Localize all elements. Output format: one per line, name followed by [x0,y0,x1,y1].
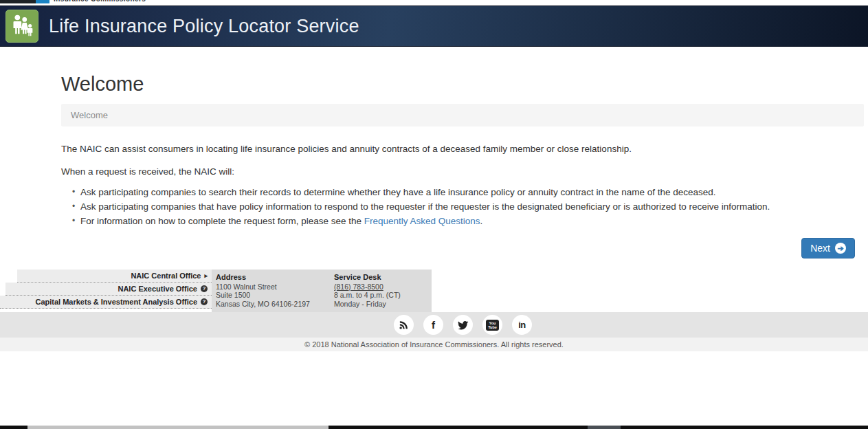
bullet-item-3: For information on how to complete the r… [80,214,864,228]
bullet-item-1: Ask participating companies to search th… [80,185,864,199]
cutoff-naic-logo-strip: Insurance Commissioners [0,0,868,3]
address-line-3: Kansas City, MO 64106-2197 [216,300,334,309]
service-desk-block: Service Desk (816) 783-8500 8 a.m. to 4 … [334,273,432,308]
next-button-label: Next [810,243,830,254]
facebook-icon[interactable]: f [423,315,443,335]
horizontal-scrollbar-track[interactable] [0,426,868,429]
question-circle-icon: ? [201,285,208,292]
service-desk-phone-link[interactable]: (816) 783-8500 [334,283,383,291]
welcome-panel-header: Welcome [61,104,864,126]
rss-icon[interactable] [394,315,414,335]
info-bullet-list: Ask participating companies to search th… [61,185,864,228]
bullet3-text-pre: For information on how to complete the r… [80,216,364,226]
bullet-item-2: Ask participating companies that have po… [80,199,864,214]
youtube-icon[interactable]: YouTube [482,315,502,335]
service-desk-heading: Service Desk [334,273,432,282]
scrollbar-patch [588,426,621,429]
copyright-text: © 2018 National Association of Insurance… [304,340,564,349]
app-title: Life Insurance Policy Locator Service [49,16,359,37]
question-circle-icon: ? [201,298,208,305]
footer: NAIC Central Office ▸ NAIC Executive Off… [0,270,868,351]
linkedin-icon[interactable]: in [512,315,532,335]
contact-panel: Address 1100 Walnut Street Suite 1500 Ka… [212,270,432,312]
page-title: Welcome [61,74,864,95]
naic-central-office-label: NAIC Central Office [131,272,201,280]
arrow-right-circle-icon: ➔ [835,243,846,254]
chevron-right-icon: ▸ [204,272,208,279]
capital-markets-office-label: Capital Markets & Investment Analysis Of… [35,298,197,306]
next-button-row: Next ➔ [61,238,864,258]
twitter-icon[interactable] [453,315,473,335]
address-line-1: 1100 Walnut Street [216,283,334,292]
address-line-2: Suite 1500 [216,291,334,300]
naic-logo-clipped-text: Insurance Commissioners [54,0,146,3]
intro-paragraph: The NAIC can assist consumers in locatin… [61,144,864,154]
link-naic-central-office[interactable]: NAIC Central Office ▸ [17,270,212,283]
main-content: Welcome Welcome The NAIC can assist cons… [61,74,864,258]
naic-logo-fragment [0,0,36,3]
naic-executive-office-label: NAIC Executive Office [118,285,197,293]
naic-logo-blue-fragment [36,0,49,3]
next-button[interactable]: Next ➔ [801,238,855,258]
link-capital-markets-office[interactable]: Capital Markets & Investment Analysis Of… [0,296,212,309]
faq-link[interactable]: Frequently Asked Questions [364,216,480,226]
app-banner: Life Insurance Policy Locator Service [0,6,868,47]
family-icon [5,10,38,43]
address-block: Address 1100 Walnut Street Suite 1500 Ka… [216,273,334,308]
link-naic-executive-office[interactable]: NAIC Executive Office ? [5,283,212,296]
footer-office-strip: NAIC Central Office ▸ NAIC Executive Off… [0,270,868,312]
service-desk-hours: 8 a.m. to 4 p.m. (CT) [334,291,432,300]
office-links: NAIC Central Office ▸ NAIC Executive Off… [0,270,212,312]
bullet3-text-post: . [480,216,483,226]
welcome-panel-label: Welcome [71,110,108,120]
list-lead-paragraph: When a request is received, the NAIC wil… [61,166,864,177]
service-desk-days: Monday - Friday [334,300,432,309]
social-media-band: f YouTube in [0,312,868,338]
address-heading: Address [216,273,334,282]
horizontal-scrollbar-thumb[interactable] [27,426,329,429]
copyright-bar: © 2018 National Association of Insurance… [0,338,868,351]
